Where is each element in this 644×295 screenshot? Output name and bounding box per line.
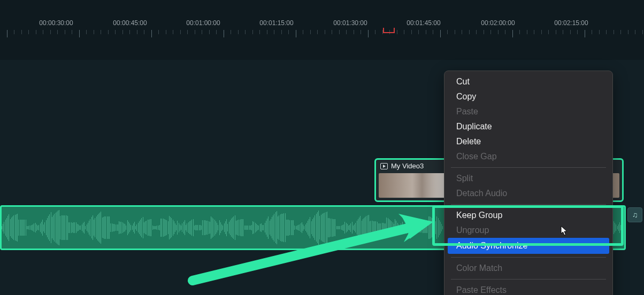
menu-split: Split xyxy=(444,171,612,186)
ruler-ticks xyxy=(0,30,644,37)
menu-ungroup: Ungroup xyxy=(444,223,612,238)
ruler-label: 00:02:00:00 xyxy=(481,19,515,27)
menu-paste: Paste xyxy=(444,104,612,119)
ruler-label: 00:01:45:00 xyxy=(407,19,440,27)
menu-detach-audio: Detach Audio xyxy=(444,186,612,201)
menu-delete[interactable]: Delete xyxy=(444,134,612,149)
ruler-label: 00:00:45:00 xyxy=(113,19,147,27)
music-glyph: ♫ xyxy=(632,211,638,219)
menu-keep-group[interactable]: Keep Group xyxy=(444,208,612,223)
menu-separator xyxy=(451,279,606,280)
menu-cut[interactable]: Cut xyxy=(444,74,612,89)
ruler-label: 00:02:15:00 xyxy=(554,19,588,27)
menu-color-match: Color Match xyxy=(444,261,612,276)
menu-duplicate[interactable]: Duplicate xyxy=(444,119,612,134)
menu-close-gap: Close Gap xyxy=(444,149,612,164)
ruler-label: 00:01:30:00 xyxy=(333,19,367,27)
menu-separator xyxy=(451,204,606,205)
ruler-label: 00:01:15:00 xyxy=(259,19,293,27)
menu-audio-synchronize[interactable]: Audio Synchronize xyxy=(448,238,609,254)
ruler-label: 00:00:30:00 xyxy=(39,19,73,27)
ruler-label: 00:01:00:00 xyxy=(186,19,220,27)
clip-label: My Video3 xyxy=(391,162,424,170)
menu-paste-effects: Paste Effects xyxy=(444,283,612,295)
clip-play-icon xyxy=(380,163,388,169)
menu-copy[interactable]: Copy xyxy=(444,89,612,104)
music-icon[interactable]: ♫ xyxy=(627,207,642,222)
menu-separator xyxy=(451,167,606,168)
timeline-ruler[interactable]: 00:00:30:0000:00:45:0000:01:00:0000:01:1… xyxy=(0,19,644,41)
playhead-marker[interactable] xyxy=(383,30,395,33)
context-menu: Cut Copy Paste Duplicate Delete Close Ga… xyxy=(444,71,613,295)
menu-separator xyxy=(451,257,606,258)
